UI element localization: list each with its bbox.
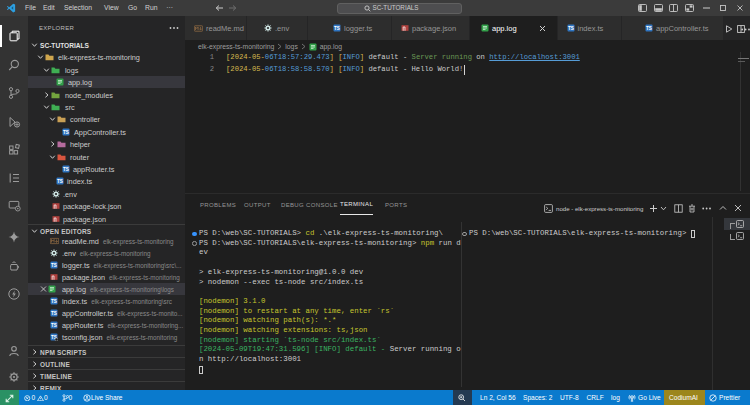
svg-text:TS: TS [51,299,57,304]
svg-text:TS: TS [568,26,574,31]
svg-text:TS: TS [646,26,652,31]
svg-text:TS: TS [51,323,57,328]
svg-text:TS: TS [57,179,63,184]
svg-text:TS: TS [51,263,57,268]
svg-text:TS: TS [63,167,69,172]
svg-text:TS: TS [63,130,69,135]
svg-text:TS: TS [51,311,57,316]
svg-text:TS: TS [334,26,340,31]
